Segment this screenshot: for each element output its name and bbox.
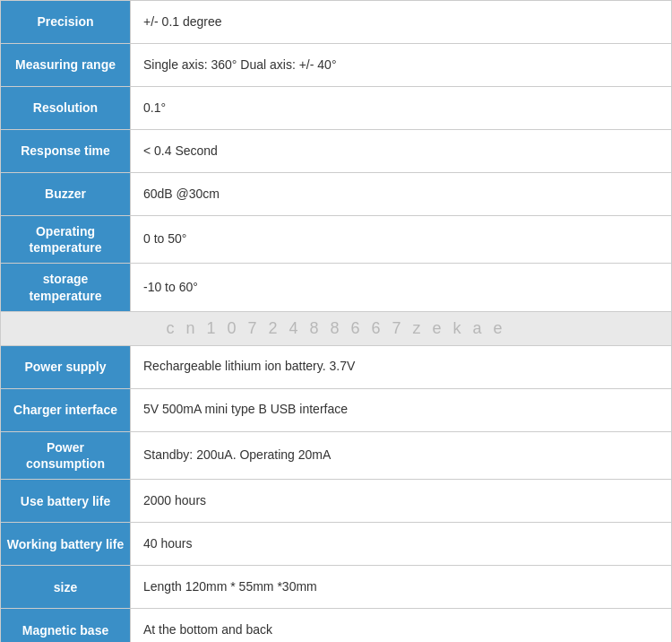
table-row: Measuring range Single axis: 360° Dual a… xyxy=(1,44,671,87)
value-measuring-range: Single axis: 360° Dual axis: +/- 40° xyxy=(131,44,671,86)
label-measuring-range: Measuring range xyxy=(1,44,131,86)
label-operating-temp: Operating temperature xyxy=(1,216,131,263)
table-row: Working battery life 40 hours xyxy=(1,523,671,566)
label-buzzer: Buzzer xyxy=(1,173,131,215)
table-row: storage temperature -10 to 60° xyxy=(1,264,671,311)
value-size: Length 120mm * 55mm *30mm xyxy=(131,566,671,608)
label-power-supply: Power supply xyxy=(1,346,131,388)
table-row: Response time < 0.4 Second xyxy=(1,130,671,173)
table-row: Power supply Rechargeable lithium ion ba… xyxy=(1,346,671,389)
table-row: Resolution 0.1° xyxy=(1,87,671,130)
value-resolution: 0.1° xyxy=(131,87,671,129)
label-charger-interface: Charger interface xyxy=(1,389,131,431)
label-response-time: Response time xyxy=(1,130,131,172)
value-charger-interface: 5V 500mA mini type B USB interface xyxy=(131,389,671,431)
value-response-time: < 0.4 Second xyxy=(131,130,671,172)
table-row: Magnetic base At the bottom and back xyxy=(1,609,671,642)
table-row: Operating temperature 0 to 50° xyxy=(1,216,671,264)
label-magnetic-base: Magnetic base xyxy=(1,609,131,642)
table-row: Use battery life 2000 hours xyxy=(1,480,671,523)
value-storage-temp: -10 to 60° xyxy=(131,264,671,310)
table-row: Charger interface 5V 500mA mini type B U… xyxy=(1,389,671,432)
table-row: Precision +/- 0.1 degree xyxy=(1,1,671,44)
label-size: size xyxy=(1,566,131,608)
value-buzzer: 60dB @30cm xyxy=(131,173,671,215)
value-magnetic-base: At the bottom and back xyxy=(131,609,671,642)
label-power-consumption: Power consumption xyxy=(1,432,131,479)
spec-table: Precision +/- 0.1 degree Measuring range… xyxy=(0,0,672,642)
table-row: size Length 120mm * 55mm *30mm xyxy=(1,566,671,609)
label-storage-temp: storage temperature xyxy=(1,264,131,310)
value-power-consumption: Standby: 200uA. Operating 20mA xyxy=(131,432,671,479)
value-use-battery-life: 2000 hours xyxy=(131,480,671,522)
watermark-row: c n 1 0 7 2 4 8 8 6 6 7 z e k a e xyxy=(1,312,671,346)
value-power-supply: Rechargeable lithium ion battery. 3.7V xyxy=(131,346,671,388)
watermark-text: c n 1 0 7 2 4 8 8 6 6 7 z e k a e xyxy=(166,319,505,338)
table-row: Power consumption Standby: 200uA. Operat… xyxy=(1,432,671,480)
table-row: Buzzer 60dB @30cm xyxy=(1,173,671,216)
label-working-battery-life: Working battery life xyxy=(1,523,131,565)
label-precision: Precision xyxy=(1,1,131,43)
label-resolution: Resolution xyxy=(1,87,131,129)
label-use-battery-life: Use battery life xyxy=(1,480,131,522)
value-operating-temp: 0 to 50° xyxy=(131,216,671,263)
value-precision: +/- 0.1 degree xyxy=(131,1,671,43)
value-working-battery-life: 40 hours xyxy=(131,523,671,565)
